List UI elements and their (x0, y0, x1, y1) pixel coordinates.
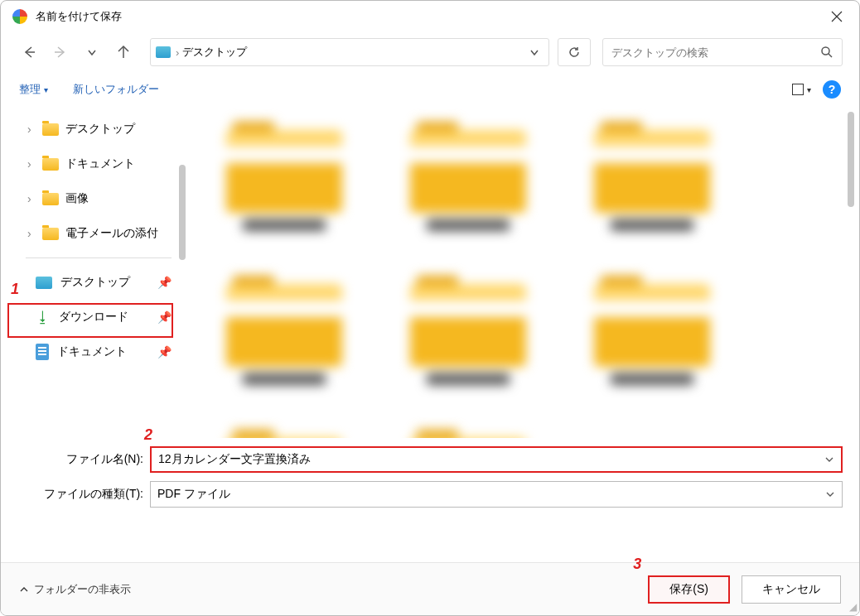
download-icon: ⭳ (36, 309, 51, 326)
tree-label: 電子メールの添付 (65, 226, 158, 241)
quick-item-documents[interactable]: ドキュメント 📌 (1, 334, 183, 369)
quick-label: ダウンロード (59, 310, 128, 325)
tree-label: ドキュメント (65, 156, 135, 171)
annotation-number-2: 2 (144, 426, 152, 444)
dialog-title: 名前を付けて保存 (36, 9, 122, 24)
content-item[interactable] (569, 122, 735, 267)
item-label (243, 219, 326, 231)
close-icon (831, 11, 843, 22)
expand-icon[interactable]: › (27, 123, 36, 136)
folder-icon (594, 130, 710, 213)
chevron-down-icon[interactable] (825, 489, 835, 499)
address-bar[interactable]: › デスクトップ (150, 38, 549, 66)
quick-item-downloads[interactable]: ⭳ダウンロード 📌 (1, 300, 183, 334)
hide-folders-toggle[interactable]: フォルダーの非表示 (19, 582, 131, 597)
annotation-number-3: 3 (633, 556, 641, 573)
cancel-button[interactable]: キャンセル (742, 575, 841, 604)
expand-icon[interactable]: › (27, 157, 36, 171)
chevron-down-icon (529, 46, 540, 58)
app-icon (12, 9, 27, 24)
filetype-select[interactable]: PDF ファイル (150, 481, 843, 508)
expand-icon[interactable]: › (27, 192, 36, 205)
arrow-left-icon (22, 45, 36, 60)
item-label (611, 219, 693, 231)
filename-value: 12月カレンダー文字置換済み (158, 452, 311, 467)
breadcrumb-location: デスクトップ (182, 45, 524, 60)
filename-label: ファイル名(N): (17, 452, 150, 467)
quick-label: ドキュメント (57, 344, 127, 359)
chevron-down-icon (86, 46, 98, 58)
forward-button[interactable] (49, 41, 72, 64)
close-button[interactable] (826, 6, 848, 27)
svg-point-0 (822, 47, 829, 55)
content-scrollbar[interactable] (848, 112, 854, 207)
pin-icon: 📌 (157, 276, 172, 289)
organize-menu[interactable]: 整理 ▾ (19, 82, 48, 97)
new-folder-button[interactable]: 新しいフォルダー (73, 82, 159, 97)
tree-label: 画像 (65, 191, 89, 206)
refresh-icon (568, 46, 581, 59)
quick-item-desktop[interactable]: デスクトップ 📌 (1, 265, 183, 300)
up-button[interactable] (112, 41, 135, 64)
main-area: ›デスクトップ ›ドキュメント ›画像 ›電子メールの添付 デスクトップ 📌 ⭳… (1, 107, 859, 438)
folder-icon (42, 193, 59, 205)
breadcrumb-separator: › (176, 46, 179, 59)
folder-icon (42, 228, 59, 240)
save-button[interactable]: 保存(S) (648, 575, 730, 604)
pin-icon: 📌 (157, 310, 172, 324)
expand-icon[interactable]: › (27, 227, 36, 240)
arrow-up-icon (116, 45, 131, 60)
search-input[interactable] (611, 46, 820, 59)
quick-label: デスクトップ (60, 275, 130, 290)
folder-icon (410, 284, 526, 367)
resize-grip[interactable]: ◢ (849, 601, 857, 613)
filetype-label: ファイルの種類(T): (17, 487, 150, 502)
content-item[interactable] (385, 122, 551, 267)
cancel-label: キャンセル (762, 582, 820, 597)
tree-item-desktop[interactable]: ›デスクトップ (1, 112, 183, 147)
save-label: 保存(S) (669, 582, 708, 597)
folder-content[interactable] (183, 107, 859, 438)
folder-icon (226, 284, 342, 367)
recent-dropdown[interactable] (80, 41, 104, 64)
filetype-value: PDF ファイル (157, 487, 230, 502)
new-folder-label: 新しいフォルダー (73, 82, 159, 97)
folder-icon (594, 284, 710, 367)
tree-item-pictures[interactable]: ›画像 (1, 181, 183, 216)
pin-icon: 📌 (157, 345, 172, 359)
content-item[interactable] (385, 276, 551, 421)
view-mode-button[interactable]: ▾ (792, 84, 811, 95)
footer: フォルダーの非表示 3 保存(S) キャンセル (1, 562, 859, 615)
chevron-down-icon[interactable] (824, 455, 834, 464)
content-item[interactable] (201, 430, 367, 438)
content-item[interactable] (385, 430, 551, 438)
folder-icon (410, 130, 526, 213)
address-dropdown[interactable] (524, 46, 545, 58)
caret-down-icon: ▾ (44, 85, 48, 94)
item-label (243, 373, 326, 385)
tree-item-documents[interactable]: ›ドキュメント (1, 147, 183, 181)
item-label (611, 373, 693, 385)
filename-input[interactable]: 12月カレンダー文字置換済み (150, 446, 843, 473)
folder-icon (226, 130, 342, 213)
search-box[interactable] (602, 38, 843, 66)
hide-folders-label: フォルダーの非表示 (34, 582, 131, 597)
desktop-icon (36, 277, 52, 289)
titlebar: 名前を付けて保存 (1, 1, 859, 32)
view-icon (792, 84, 804, 95)
navbar: › デスクトップ (1, 32, 859, 72)
desktop-folder-icon (156, 46, 171, 58)
search-icon (820, 46, 833, 59)
help-button[interactable]: ? (823, 80, 841, 99)
content-item[interactable] (569, 276, 735, 421)
refresh-button[interactable] (558, 38, 591, 66)
tree-item-email[interactable]: ›電子メールの添付 (1, 216, 183, 251)
content-item[interactable] (201, 122, 367, 267)
caret-down-icon: ▾ (807, 85, 811, 94)
arrow-right-icon (53, 45, 68, 60)
item-label (427, 373, 510, 385)
tree-label: デスクトップ (65, 122, 135, 137)
sidebar-divider (26, 257, 172, 258)
back-button[interactable] (17, 41, 41, 64)
content-item[interactable] (201, 276, 367, 421)
